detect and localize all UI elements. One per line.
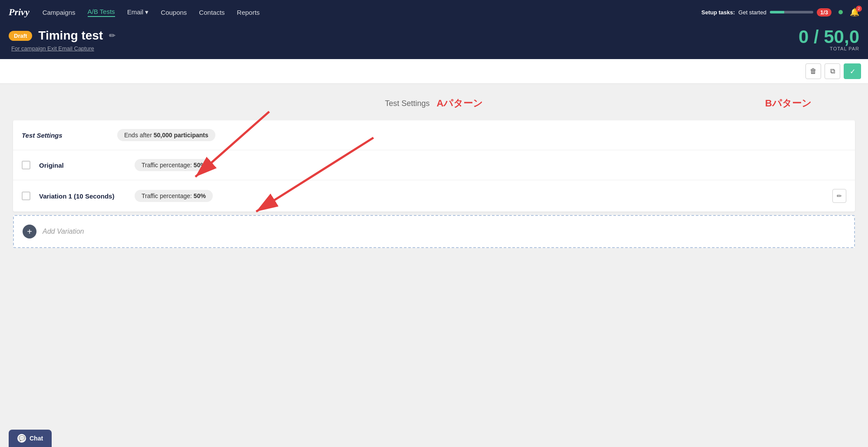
- original-checkbox[interactable]: [22, 161, 30, 169]
- original-traffic-pill: Traffic percentage: 50%: [135, 159, 213, 171]
- test-settings-header-label: Test Settings: [385, 99, 430, 108]
- a-pattern-label: Aパターン: [437, 97, 483, 110]
- test-settings-label: Test Settings: [22, 132, 109, 139]
- ab-test-card: Test Settings Ends after 50,000 particip…: [13, 120, 855, 212]
- setup-tasks: Setup tasks: Get started 1/3: [701, 8, 832, 17]
- original-row: Original Traffic percentage: 50%: [13, 150, 855, 180]
- variation-edit-button[interactable]: ✏: [832, 189, 846, 203]
- toolbar: 🗑 ⧉ ✓: [0, 59, 868, 84]
- page-title: Timing test: [38, 29, 103, 43]
- campaign-link[interactable]: For campaign Exit Email Capture: [11, 45, 94, 52]
- main-nav: Privy Campaigns A/B Tests Email ▾ Coupon…: [0, 0, 868, 24]
- sub-header: Draft Timing test ✏ For campaign Exit Em…: [0, 24, 868, 59]
- status-dot: [838, 10, 843, 14]
- delete-button[interactable]: 🗑: [805, 63, 821, 79]
- nav-email[interactable]: Email ▾: [127, 8, 149, 16]
- progress-bar-fill: [770, 11, 784, 13]
- bell-icon[interactable]: 🔔 2: [850, 7, 859, 17]
- test-settings-pill: Ends after 50,000 participants: [117, 129, 215, 141]
- stats-number: 0 / 50,0: [799, 28, 859, 46]
- logo: Privy: [9, 7, 30, 18]
- add-variation-label: Add Variation: [43, 228, 84, 235]
- original-label: Original: [39, 162, 126, 169]
- duplicate-button[interactable]: ⧉: [825, 63, 840, 79]
- main-content: Test Settings Aパターン Bパターン Test: [0, 84, 868, 344]
- nav-coupons[interactable]: Coupons: [161, 9, 187, 16]
- variation-checkbox[interactable]: [22, 192, 30, 200]
- setup-tasks-link[interactable]: Get started: [739, 9, 766, 16]
- save-button[interactable]: ✓: [844, 63, 861, 79]
- nav-right: Setup tasks: Get started 1/3 🔔 2: [701, 7, 859, 17]
- nav-links: Campaigns A/B Tests Email ▾ Coupons Cont…: [43, 8, 702, 17]
- progress-bar: [770, 11, 813, 13]
- nav-campaigns[interactable]: Campaigns: [43, 9, 76, 16]
- count-badge: 1/3: [817, 8, 832, 17]
- nav-reports[interactable]: Reports: [237, 9, 260, 16]
- b-pattern-label: Bパターン: [765, 97, 812, 110]
- draft-badge: Draft: [9, 31, 32, 41]
- arrows-wrap: Test Settings Ends after 50,000 particip…: [13, 120, 855, 248]
- test-settings-row: Test Settings Ends after 50,000 particip…: [13, 120, 855, 150]
- stats-area: 0 / 50,0 TOTAL PAR: [790, 24, 868, 55]
- variation-label: Variation 1 (10 Seconds): [39, 192, 126, 200]
- add-variation-row[interactable]: + Add Variation: [13, 215, 855, 248]
- add-variation-icon: +: [23, 225, 36, 238]
- edit-title-icon[interactable]: ✏: [109, 31, 116, 40]
- bell-badge: 2: [856, 6, 862, 12]
- nav-ab-tests[interactable]: A/B Tests: [88, 8, 115, 17]
- nav-contacts[interactable]: Contacts: [199, 9, 224, 16]
- setup-tasks-label: Setup tasks:: [701, 9, 735, 16]
- annotation-header: Test Settings Aパターン Bパターン: [13, 97, 855, 110]
- variation-traffic-pill: Traffic percentage: 50%: [135, 190, 213, 202]
- variation-row: Variation 1 (10 Seconds) Traffic percent…: [13, 180, 855, 212]
